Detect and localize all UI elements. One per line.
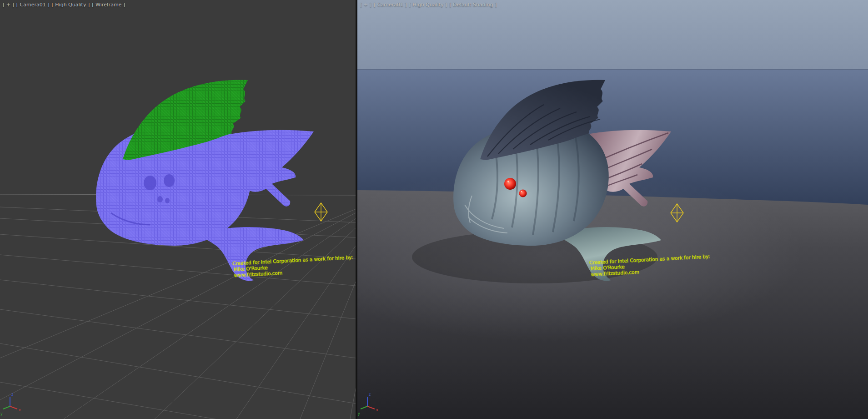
ground-plane [357,168,868,419]
axis-y-label: y [358,412,360,416]
axis-tripod-icon: x y z [0,393,21,416]
viewport-menu-shading[interactable]: [ Default Shading ] [449,2,497,8]
viewport-divider[interactable] [356,0,357,419]
axis-z-label: z [369,393,371,397]
diamond-helper-gizmo[interactable] [315,203,327,221]
viewport-menu-quality[interactable]: [ High Quality ] [52,2,90,8]
viewport-menu-camera[interactable]: [ Camera01 ] [16,2,50,8]
viewport-label-right: [ + ] [ Camera01 ] [ High Quality ] [ De… [360,2,497,8]
axis-x-label: x [19,408,21,412]
wireframe-creature[interactable] [96,80,314,281]
wireframe-viewport-canvas[interactable]: Created for Intel Corporation as a work … [0,0,356,419]
shaded-viewport-canvas[interactable]: Created for Intel Corporation as a work … [357,0,868,419]
viewport-menu-camera[interactable]: [ Camera01 ] [374,2,407,8]
viewport-menu-general[interactable]: [ + ] [360,2,371,8]
axis-z-label: z [11,393,13,397]
axis-x-label: x [376,408,378,412]
axis-y-label: y [0,412,3,416]
viewport-menu-shading[interactable]: [ Wireframe ] [92,2,125,8]
viewport-menu-general[interactable]: [ + ] [3,2,14,8]
viewport-shaded[interactable]: [ + ] [ Camera01 ] [ High Quality ] [ De… [357,0,868,419]
viewport-wireframe[interactable]: [ + ] [ Camera01 ] [ High Quality ] [ Wi… [0,0,356,419]
creature-eye [519,190,527,197]
watermark-line1: Created for Intel Corporation as a work … [232,254,353,266]
viewport-menu-quality[interactable]: [ High Quality ] [409,2,447,8]
viewport-split-layout: [ + ] [ Camera01 ] [ High Quality ] [ Wi… [0,0,868,419]
creature-eye [504,178,516,190]
viewport-label-left: [ + ] [ Camera01 ] [ High Quality ] [ Wi… [3,2,125,8]
watermark: Created for Intel Corporation as a work … [232,254,354,278]
